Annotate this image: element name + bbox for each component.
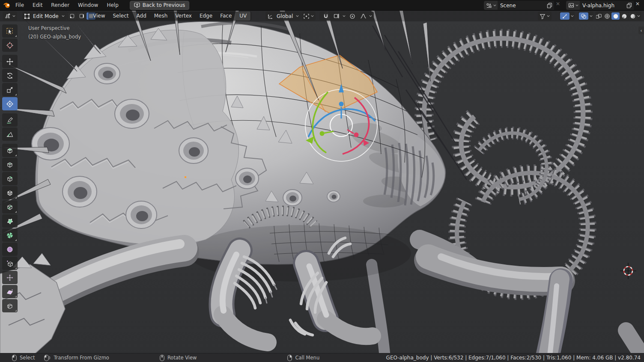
loop-cut-icon: [6, 189, 14, 197]
editor-3d-viewport-icon: [4, 13, 11, 19]
scene-statistics: GEO-alpha_body | Verts:6/532 | Edges:7/1…: [386, 355, 641, 361]
bevel-icon: [6, 175, 14, 183]
tool-move[interactable]: [2, 55, 18, 68]
scene-selector: Scene ✕: [484, 1, 562, 10]
mode-selector[interactable]: Edit Mode: [22, 12, 66, 21]
chevron-down-icon: [547, 15, 550, 17]
tool-scale[interactable]: [2, 83, 18, 96]
menu-edge[interactable]: Edge: [196, 12, 216, 21]
tool-smooth[interactable]: [2, 243, 18, 256]
menu-mesh[interactable]: Mesh: [150, 12, 172, 21]
mouse-lmb-drag-icon: [44, 355, 51, 361]
viewport-info-overlay: User Perspective (20) GEO-alpha_body: [28, 24, 81, 41]
tool-extrude-region[interactable]: [2, 144, 18, 157]
shading-wireframe-button[interactable]: [603, 12, 611, 20]
tool-inset-faces[interactable]: [2, 158, 18, 171]
proportional-falloff-button[interactable]: [358, 12, 368, 20]
tool-transform[interactable]: [2, 97, 18, 110]
menu-vertex[interactable]: Vertex: [171, 12, 196, 21]
hint-call-menu-label: Call Menu: [295, 355, 319, 361]
proportional-editing-toggle[interactable]: [348, 12, 357, 20]
blender-window: File Edit Render Window Help Back to Pre…: [0, 0, 644, 362]
mouse-rmb-icon: [287, 355, 292, 361]
show-gizmos-toggle[interactable]: [560, 12, 569, 20]
snap-target-icon: [334, 13, 340, 19]
gizmo-arrow-icon: [562, 13, 568, 19]
menu-file[interactable]: File: [11, 0, 28, 10]
menu-render[interactable]: Render: [47, 0, 74, 10]
hint-select-label: Select: [20, 355, 35, 361]
filter-dropdown[interactable]: [538, 12, 552, 21]
extrude-region-icon: [6, 147, 14, 154]
menu-edit[interactable]: Edit: [28, 0, 47, 10]
shading-material-preview-button[interactable]: [620, 12, 628, 20]
chevron-down-icon: [343, 15, 346, 17]
pivot-point-selector[interactable]: [301, 12, 316, 21]
scene-new-button[interactable]: [545, 1, 554, 10]
mode-label: Edit Mode: [31, 13, 60, 19]
menu-uv[interactable]: UV: [236, 12, 250, 21]
tool-bevel[interactable]: [2, 172, 18, 185]
orientation-icon: [267, 13, 274, 19]
shading-rendered-button[interactable]: [629, 12, 637, 20]
shading-solid-button[interactable]: [611, 12, 620, 20]
tool-select-box[interactable]: [2, 24, 18, 38]
vertex-select-mode-button[interactable]: [68, 12, 77, 20]
shear-icon: [6, 288, 14, 296]
rendered-sphere-icon: [630, 13, 636, 19]
tool-rotate[interactable]: [2, 69, 18, 82]
tool-annotate[interactable]: [2, 113, 18, 127]
menu-select[interactable]: Select: [109, 12, 132, 21]
magnet-icon: [323, 13, 329, 19]
solid-sphere-icon: [613, 13, 619, 19]
snap-controls: [319, 12, 347, 21]
tool-measure[interactable]: [2, 128, 18, 141]
editor-type-selector[interactable]: [3, 12, 17, 21]
blender-logo-icon[interactable]: [3, 2, 10, 9]
topbar: File Edit Render Window Help Back to Pre…: [0, 0, 644, 11]
tool-knife[interactable]: [2, 200, 18, 214]
hint-transform-from-gizmo: Transform From Gizmo: [44, 355, 109, 361]
hint-transform-label: Transform From Gizmo: [54, 355, 109, 361]
tool-cursor[interactable]: [2, 39, 18, 52]
tool-spin[interactable]: [2, 228, 18, 242]
falloff-curve-icon: [360, 13, 367, 19]
menu-window[interactable]: Window: [74, 0, 102, 10]
scene-name-field[interactable]: Scene: [498, 1, 545, 10]
view-layer-browse-button[interactable]: [566, 1, 580, 10]
tool-shear[interactable]: [2, 285, 18, 298]
view-layer-selector: V-alpha.high ✕: [566, 1, 641, 10]
chevron-down-icon: [590, 15, 593, 17]
transform-orientation-selector[interactable]: Global: [265, 12, 301, 21]
snap-toggle-button[interactable]: [321, 12, 331, 20]
scene-browse-button[interactable]: [484, 1, 498, 10]
back-to-previous-button[interactable]: Back to Previous: [130, 1, 190, 10]
selected-vertex: [185, 176, 186, 178]
tool-edge-slide[interactable]: [2, 257, 18, 270]
menu-face[interactable]: Face: [216, 12, 236, 21]
menu-help[interactable]: Help: [102, 0, 122, 10]
view-layer-name-field[interactable]: V-alpha.high: [580, 1, 625, 10]
menu-view[interactable]: View: [89, 12, 109, 21]
tool-loop-cut[interactable]: [2, 186, 18, 199]
filter-funnel-icon: [540, 13, 546, 19]
tool-shrink-fatten[interactable]: [2, 271, 18, 284]
scale-icon: [6, 86, 14, 94]
rip-region-icon: [6, 302, 14, 310]
chevron-down-icon: [12, 15, 15, 17]
poly-build-icon: [6, 217, 14, 225]
view-layer-remove-button[interactable]: ✕: [634, 1, 641, 10]
scene-icon: [486, 3, 492, 9]
view-layer-new-button[interactable]: [625, 1, 634, 10]
tool-rip-region[interactable]: [2, 299, 18, 312]
snap-target-button[interactable]: [332, 12, 341, 20]
edge-select-mode-button[interactable]: [77, 12, 86, 20]
duplicate-icon: [547, 3, 552, 8]
show-overlays-toggle[interactable]: [579, 12, 588, 20]
menu-add[interactable]: Add: [133, 12, 150, 21]
sidebar-toggle[interactable]: ‹: [638, 27, 644, 34]
hint-select: Select: [12, 355, 35, 361]
viewport-canvas[interactable]: [0, 0, 644, 362]
smooth-icon: [6, 246, 14, 253]
tool-poly-build[interactable]: [2, 214, 18, 228]
